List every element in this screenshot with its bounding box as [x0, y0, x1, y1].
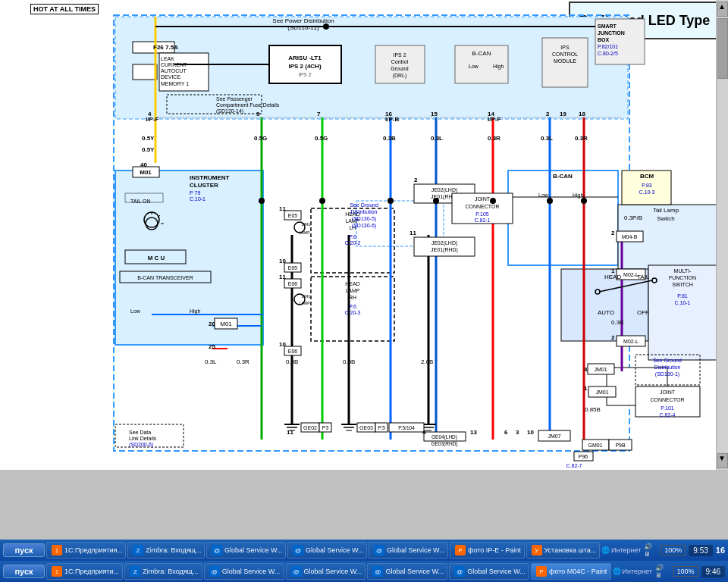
- taskbar-item-gsw1-lower[interactable]: @ Global Service W...: [204, 563, 284, 580]
- svg-text:E05: E05: [288, 265, 298, 271]
- svg-text:Switch: Switch: [657, 215, 675, 222]
- svg-text:P3: P3: [322, 425, 329, 430]
- svg-text:BOX: BOX: [598, 37, 610, 42]
- taskbar-item-install-upper[interactable]: У Установка шта...: [526, 542, 600, 559]
- svg-point-260: [319, 198, 325, 204]
- page-num-upper: 16: [716, 546, 725, 555]
- svg-text:LAMP: LAMP: [300, 301, 310, 305]
- start-button-lower[interactable]: пуск: [3, 565, 45, 578]
- zoom-lower: 100%: [673, 566, 698, 577]
- svg-text:C.82-1: C.82-1: [474, 217, 490, 223]
- svg-text:C.20-3: C.20-3: [344, 310, 360, 315]
- svg-text:See Power Distribution: See Power Distribution: [272, 17, 334, 24]
- svg-text:2: 2: [546, 111, 550, 117]
- svg-text:0.3B: 0.3B: [611, 319, 623, 326]
- svg-text:AUTOCUT: AUTOCUT: [161, 68, 187, 74]
- taskbar-item-m04c-lower[interactable]: P фото M04C - Paint: [531, 563, 611, 580]
- svg-text:1: 1: [584, 385, 588, 392]
- svg-text:B-CAN TRANSCEIVER: B-CAN TRANSCEIVER: [137, 275, 193, 280]
- scroll-down[interactable]: ▼: [717, 453, 728, 468]
- start-button-upper[interactable]: пуск: [3, 543, 45, 557]
- svg-text:CONNECTOR: CONNECTOR: [651, 397, 685, 402]
- taskbar-right-upper: 🌐 Интернет 🔊 🖥 100% 9:53 16: [601, 543, 725, 558]
- system-tray-upper: 🔊 🖥: [644, 543, 657, 558]
- svg-text:JM01: JM01: [595, 390, 608, 395]
- taskbar-item-1c-lower[interactable]: 1 1С:Предприяти...: [46, 563, 123, 580]
- taskbar-item-gsw1-upper[interactable]: @ Global Service W...: [206, 542, 286, 559]
- svg-text:CONTROL: CONTROL: [552, 52, 578, 57]
- svg-text:E06: E06: [288, 281, 298, 286]
- svg-text:JUNCTION: JUNCTION: [598, 30, 625, 36]
- svg-text:0.5G: 0.5G: [254, 135, 267, 142]
- svg-text:See Ground: See Ground: [653, 358, 682, 363]
- svg-text:0.5B: 0.5B: [343, 358, 355, 365]
- gsw3-icon-upper: @: [374, 545, 384, 555]
- scrollbar[interactable]: ▲ ▼: [716, 0, 728, 470]
- svg-text:CURRENT: CURRENT: [161, 62, 187, 67]
- gsw4-icon-lower: @: [454, 566, 465, 577]
- svg-rect-3: [508, 171, 618, 265]
- svg-text:(SD110-11): (SD110-11): [287, 24, 319, 31]
- svg-point-261: [388, 198, 394, 204]
- svg-text:C.10-3: C.10-3: [639, 189, 654, 195]
- taskbar-right-lower: 🌐 Интернет 🔊 🖥 100% 9:46: [613, 564, 725, 579]
- svg-point-259: [259, 198, 265, 204]
- svg-text:HEAD: HEAD: [604, 274, 621, 280]
- taskbar-item-1c-upper[interactable]: 1 1С:Предприятия...: [46, 542, 126, 559]
- taskbar-item-zimbra-lower[interactable]: Z Zimbra: Входящ...: [124, 563, 202, 580]
- scroll-thumb[interactable]: [717, 18, 728, 79]
- svg-text:High: High: [493, 64, 504, 70]
- taskbar-item-zimbra-upper[interactable]: Z Zimbra: Входящ...: [127, 542, 205, 559]
- svg-text:BCM: BCM: [640, 173, 654, 180]
- svg-text:GE03(RHD): GE03(RHD): [431, 441, 457, 447]
- taskbar-label-1c-lower: 1С:Предприяти...: [64, 568, 119, 575]
- svg-text:JOINT: JOINT: [660, 390, 676, 395]
- taskbar-item-gsw4-lower[interactable]: @ Global Service W...: [449, 563, 529, 580]
- svg-text:CONNECTOR: CONNECTOR: [466, 204, 500, 209]
- svg-text:Link Details: Link Details: [129, 436, 157, 441]
- taskbar-item-paint-upper[interactable]: P фото IP-E - Paint: [450, 542, 524, 559]
- svg-text:C.82-7: C.82-7: [566, 463, 582, 468]
- taskbar-item-gsw2-upper[interactable]: @ Global Service W...: [287, 542, 367, 559]
- taskbar-item-gsw3-lower[interactable]: @ Global Service W...: [367, 563, 447, 580]
- svg-text:(SD130-5): (SD130-5): [352, 216, 376, 222]
- svg-text:RH: RH: [349, 295, 356, 300]
- svg-text:P96: P96: [579, 454, 588, 459]
- svg-text:2.0B: 2.0B: [421, 358, 433, 365]
- svg-text:OFF: OFF: [637, 309, 649, 316]
- svg-text:JOINT: JOINT: [475, 196, 491, 202]
- taskbar-item-gsw2-lower[interactable]: @ Global Service W...: [286, 563, 366, 580]
- svg-text:10: 10: [527, 429, 534, 436]
- svg-text:M01: M01: [140, 169, 152, 176]
- svg-text:11: 11: [287, 429, 293, 436]
- svg-text:LAMP: LAMP: [345, 288, 359, 293]
- svg-text:0.5B: 0.5B: [286, 358, 298, 365]
- svg-text:C.10-1: C.10-1: [674, 300, 690, 305]
- svg-text:C.80-2/5: C.80-2/5: [598, 51, 618, 56]
- svg-text:Tail Lamp: Tail Lamp: [653, 207, 679, 214]
- svg-text:25: 25: [209, 343, 215, 350]
- scroll-up[interactable]: ▲: [717, 2, 728, 17]
- svg-text:(SD130-6): (SD130-6): [352, 223, 376, 229]
- svg-text:0.3P/B: 0.3P/B: [624, 214, 642, 221]
- svg-text:0.3R: 0.3R: [488, 135, 500, 142]
- svg-text:P.81: P.81: [677, 293, 688, 299]
- svg-text:Compartment Fuse Details: Compartment Fuse Details: [216, 102, 280, 108]
- svg-text:P.105: P.105: [475, 211, 488, 217]
- svg-text:I/P-B: I/P-B: [385, 116, 399, 123]
- svg-text:(SD200-6): (SD200-6): [129, 442, 153, 448]
- svg-text:DRL: DRL: [302, 222, 312, 227]
- system-tray-lower: 🔊 🖥: [655, 564, 670, 579]
- svg-text:See Passenger: See Passenger: [216, 96, 253, 102]
- svg-text:E06: E06: [288, 349, 298, 354]
- svg-text:ARISU -LT1: ARISU -LT1: [288, 55, 322, 61]
- svg-text:0.5Y: 0.5Y: [142, 146, 155, 153]
- svg-point-262: [433, 198, 439, 204]
- svg-text:LEAK: LEAK: [161, 56, 174, 61]
- svg-text:GE03: GE03: [359, 425, 373, 430]
- svg-text:LAMP: LAMP: [300, 230, 310, 235]
- svg-text:GE02: GE02: [303, 425, 317, 430]
- svg-text:7: 7: [317, 111, 321, 117]
- taskbar-item-gsw3-upper[interactable]: @ Global Service W...: [369, 542, 448, 559]
- svg-text:P.6: P.6: [349, 304, 356, 309]
